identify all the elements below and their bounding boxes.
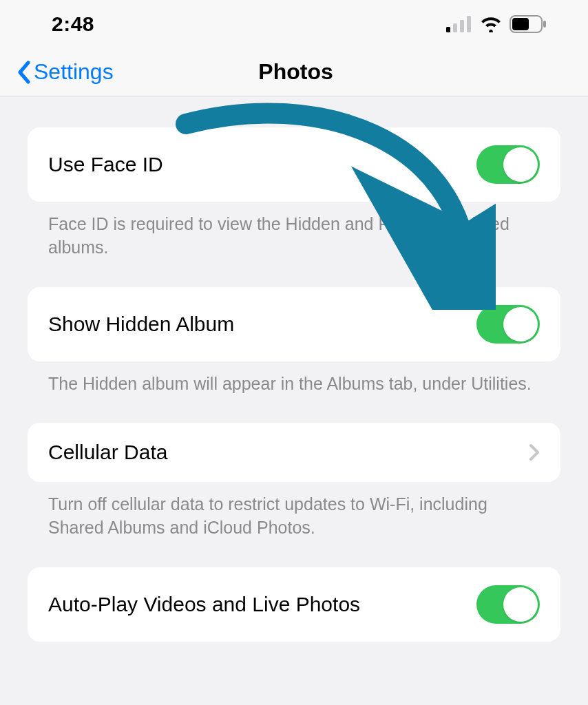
toggle-auto-play[interactable] [476, 585, 540, 624]
svg-rect-2 [460, 20, 464, 32]
cell-label: Show Hidden Album [48, 313, 234, 336]
toggle-show-hidden-album[interactable] [476, 305, 540, 344]
cell-show-hidden-album[interactable]: Show Hidden Album [28, 287, 560, 361]
chevron-left-icon [17, 61, 31, 84]
cell-label: Auto-Play Videos and Live Photos [48, 593, 360, 616]
back-label: Settings [34, 59, 114, 85]
cell-use-face-id[interactable]: Use Face ID [28, 127, 560, 202]
cell-cellular-data[interactable]: Cellular Data [28, 423, 560, 482]
wifi-icon [479, 16, 503, 32]
status-bar: 2:48 [0, 0, 588, 48]
nav-bar: Settings Photos [0, 48, 588, 96]
chevron-right-icon [529, 443, 540, 461]
cell-description: The Hidden album will appear in the Albu… [28, 361, 560, 423]
cell-description: Turn off cellular data to restrict updat… [28, 482, 560, 567]
back-button[interactable]: Settings [17, 59, 114, 85]
cell-label: Use Face ID [48, 153, 163, 176]
toggle-knob [503, 147, 538, 182]
cell-label: Cellular Data [48, 441, 167, 464]
status-time: 2:48 [52, 12, 94, 36]
cellular-icon [446, 16, 472, 32]
cell-auto-play[interactable]: Auto-Play Videos and Live Photos [28, 567, 560, 642]
toggle-knob [503, 587, 538, 622]
svg-rect-0 [446, 27, 450, 32]
battery-icon [510, 15, 547, 33]
svg-rect-3 [467, 16, 471, 32]
toggle-use-face-id[interactable] [476, 145, 540, 184]
svg-rect-5 [512, 18, 529, 30]
svg-rect-6 [543, 21, 546, 28]
svg-rect-1 [453, 23, 457, 32]
content: Use Face ID Face ID is required to view … [0, 96, 588, 642]
cell-description: Face ID is required to view the Hidden a… [28, 202, 560, 287]
toggle-knob [503, 307, 538, 341]
status-indicators [446, 15, 547, 33]
